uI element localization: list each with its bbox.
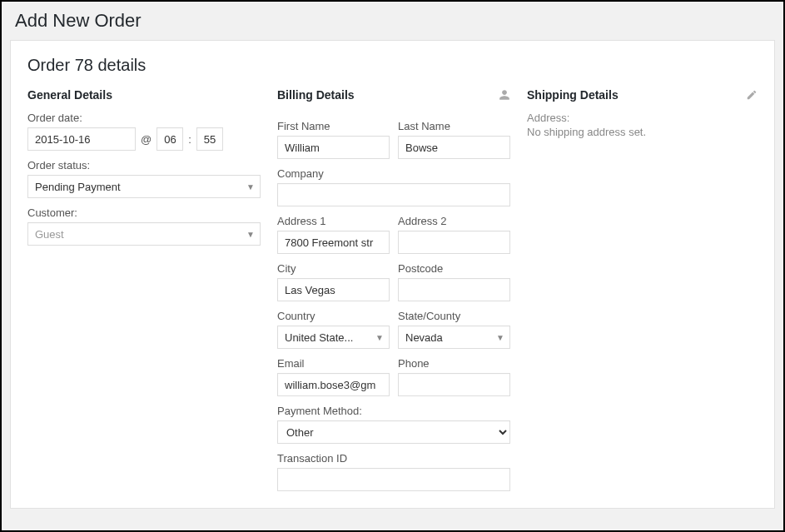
city-input[interactable] [277, 278, 390, 301]
customer-value: Guest [35, 228, 64, 241]
at-symbol: @ [141, 133, 152, 146]
order-date-label: Order date: [27, 112, 261, 124]
chevron-down-icon: ▼ [246, 230, 255, 239]
phone-label: Phone [398, 357, 510, 370]
shipping-address-text: No shipping address set. [527, 126, 758, 138]
state-value: Nevada [405, 331, 443, 344]
billing-column: Billing Details First Name Last Name [277, 88, 510, 491]
email-input[interactable] [277, 373, 390, 396]
transaction-id-label: Transaction ID [277, 452, 510, 465]
payment-method-label: Payment Method: [277, 405, 510, 417]
general-column: General Details Order date: @ : Order st… [27, 88, 261, 491]
chevron-down-icon: ▼ [246, 182, 255, 191]
shipping-heading: Shipping Details [527, 88, 619, 102]
address2-input[interactable] [398, 231, 510, 254]
first-name-input[interactable] [277, 136, 390, 159]
state-label: State/County [398, 310, 510, 322]
company-input[interactable] [277, 183, 510, 206]
postcode-input[interactable] [398, 278, 510, 301]
country-label: Country [277, 310, 390, 322]
order-panel: Order 78 details General Details Order d… [10, 40, 775, 509]
transaction-id-input[interactable] [277, 468, 510, 491]
country-value: United State... [285, 331, 353, 344]
order-hour-input[interactable] [157, 127, 183, 151]
email-label: Email [277, 357, 390, 370]
page-title: Add New Order [10, 7, 775, 40]
shipping-column: Shipping Details Address: No shipping ad… [527, 88, 758, 491]
order-status-value: Pending Payment [35, 181, 121, 193]
company-label: Company [277, 167, 510, 180]
city-label: City [277, 262, 390, 275]
order-date-input[interactable] [27, 127, 136, 151]
last-name-input[interactable] [398, 136, 510, 159]
order-status-select[interactable]: Pending Payment ▼ [27, 175, 261, 198]
state-select[interactable]: Nevada ▼ [398, 326, 510, 349]
payment-method-select[interactable]: Other [277, 420, 510, 444]
order-minute-input[interactable] [196, 127, 223, 151]
postcode-label: Postcode [398, 262, 510, 275]
customer-select[interactable]: Guest ▼ [27, 222, 261, 246]
general-heading: General Details [27, 88, 112, 102]
address2-label: Address 2 [398, 215, 510, 227]
first-name-label: First Name [277, 120, 390, 132]
address1-label: Address 1 [277, 215, 390, 227]
panel-title: Order 78 details [27, 56, 758, 75]
country-select[interactable]: United State... ▼ [277, 326, 390, 349]
chevron-down-icon: ▼ [496, 333, 504, 342]
address1-input[interactable] [277, 231, 390, 254]
phone-input[interactable] [398, 373, 510, 396]
order-status-label: Order status: [27, 159, 261, 172]
pencil-icon[interactable] [746, 89, 758, 101]
customer-label: Customer: [27, 206, 261, 219]
user-icon[interactable] [499, 89, 510, 101]
last-name-label: Last Name [398, 120, 510, 132]
chevron-down-icon: ▼ [375, 333, 384, 342]
billing-heading: Billing Details [277, 88, 355, 102]
time-colon: : [188, 133, 191, 146]
shipping-address-label: Address: [527, 112, 758, 124]
